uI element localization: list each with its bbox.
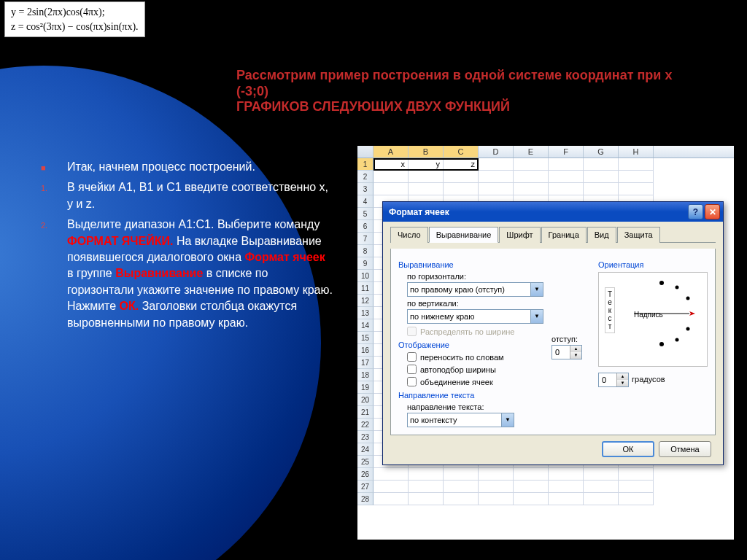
row-header[interactable]: 16 [357, 344, 374, 357]
content-left: Итак, начнем процесс построений. 1. В яч… [35, 159, 334, 335]
row-header[interactable]: 20 [357, 394, 374, 406]
col-header-h[interactable]: H [619, 146, 654, 158]
tab-border[interactable]: Граница [541, 227, 587, 243]
group-orientation: Ориентация [598, 260, 708, 269]
row-header[interactable]: 19 [357, 381, 374, 394]
row-header[interactable]: 6 [357, 220, 374, 233]
horizontal-combo[interactable] [407, 282, 531, 297]
row-header[interactable]: 9 [357, 257, 374, 270]
formula-line-1: y = 2sin(2πx)cos(4πx); [11, 5, 139, 20]
tabs: Число Выравнивание Шрифт Граница Вид Защ… [390, 226, 716, 243]
row-header[interactable]: 23 [357, 431, 374, 443]
svg-point-1 [676, 286, 679, 289]
spin-up-icon[interactable]: ▲ [616, 373, 628, 380]
row-header[interactable]: 3 [357, 183, 374, 195]
svg-point-2 [686, 297, 690, 300]
cell-c1[interactable]: z [444, 158, 479, 171]
row-header[interactable]: 14 [357, 319, 374, 332]
col-header-f[interactable]: F [549, 146, 584, 158]
indent-spinner[interactable]: 0▲▼ [551, 345, 582, 359]
wrap-checkbox[interactable] [407, 352, 417, 362]
chevron-down-icon[interactable]: ▼ [531, 309, 543, 324]
bullet-icon [35, 159, 67, 175]
tab-number[interactable]: Число [390, 227, 428, 243]
select-all-corner[interactable] [357, 146, 374, 158]
row-header[interactable]: 5 [357, 208, 374, 220]
distribute-checkbox [407, 327, 417, 336]
dialog-titlebar[interactable]: Формат ячеек ? ✕ [383, 202, 723, 222]
textdir-combo[interactable] [407, 413, 502, 427]
row-header[interactable]: 26 [357, 468, 374, 481]
column-headers: A B C D E F G H [357, 146, 734, 158]
row-header[interactable]: 27 [357, 481, 374, 493]
title-line-1: Рассмотрим пример построения в одной сис… [236, 68, 672, 98]
vertical-text-button[interactable]: Текст [605, 287, 615, 333]
svg-point-0 [659, 281, 664, 285]
tab-protection[interactable]: Защита [617, 227, 660, 243]
row-header[interactable]: 22 [357, 419, 374, 431]
close-button[interactable]: ✕ [705, 204, 720, 219]
format-cells-dialog: Формат ячеек ? ✕ Число Выравнивание Шриф… [382, 201, 724, 465]
row-header[interactable]: 2 [357, 171, 374, 183]
svg-point-5 [676, 338, 679, 342]
degrees-spinner[interactable]: 0▲▼ [598, 373, 629, 387]
tab-fill[interactable]: Вид [587, 227, 616, 243]
autofit-label: автоподбор ширины [420, 365, 496, 374]
label-horizontal: по горизонтали: [407, 272, 598, 281]
col-header-d[interactable]: D [479, 146, 514, 158]
step-2-text: Выделите диапазон А1:С1. Выберите команд… [67, 217, 334, 331]
row-header[interactable]: 8 [357, 245, 374, 257]
autofit-checkbox[interactable] [407, 365, 417, 374]
col-header-b[interactable]: B [409, 146, 444, 158]
row-header[interactable]: 17 [357, 357, 374, 369]
intro-text: Итак, начнем процесс построений. [67, 159, 334, 175]
group-textdir: Направление текста [398, 391, 598, 400]
row-header[interactable]: 15 [357, 332, 374, 344]
row-header[interactable]: 24 [357, 443, 374, 456]
col-header-e[interactable]: E [514, 146, 549, 158]
ok-button[interactable]: ОК [602, 441, 654, 457]
vertical-combo[interactable] [407, 309, 531, 324]
merge-checkbox[interactable] [407, 377, 417, 386]
spin-down-icon[interactable]: ▼ [616, 380, 628, 386]
label-vertical: по вертикали: [407, 299, 598, 308]
wrap-label: переносить по словам [420, 353, 504, 362]
row-header[interactable]: 13 [357, 307, 374, 319]
spin-down-icon[interactable]: ▼ [570, 352, 581, 359]
step-number-2: 2. [35, 217, 67, 331]
row-header[interactable]: 28 [357, 493, 374, 505]
col-header-a[interactable]: A [374, 146, 409, 158]
chevron-down-icon[interactable]: ▼ [531, 282, 543, 297]
row-header[interactable]: 10 [357, 270, 374, 282]
tab-alignment[interactable]: Выравнивание [429, 227, 499, 243]
svg-marker-3 [689, 311, 695, 316]
row-header[interactable]: 18 [357, 369, 374, 381]
row-header[interactable]: 21 [357, 406, 374, 419]
cell-b1[interactable]: y [409, 158, 444, 171]
col-header-g[interactable]: G [584, 146, 619, 158]
cell-a1[interactable]: x [374, 158, 409, 171]
distribute-label: Распределять по ширине [420, 327, 514, 336]
cancel-button[interactable]: Отмена [659, 441, 711, 457]
merge-label: объединение ячеек [420, 378, 493, 386]
row-header[interactable]: 4 [357, 195, 374, 208]
spin-up-icon[interactable]: ▲ [570, 346, 581, 352]
label-textdir: направление текста: [407, 402, 598, 411]
step-1-text: В ячейки А1, В1 и С1 введите соответстве… [67, 179, 334, 212]
help-button[interactable]: ? [688, 204, 703, 219]
chevron-down-icon[interactable]: ▼ [502, 413, 514, 427]
row-header[interactable]: 11 [357, 282, 374, 295]
title-line-2: ГРАФИКОВ СЛЕДУЮЩИХ ДВУХ ФУНКЦИЙ [236, 99, 510, 114]
row-header[interactable]: 1 [357, 158, 374, 171]
row-headers: 1234567891011121314151617181920212223242… [357, 158, 374, 505]
orientation-label: Надпись [634, 311, 663, 319]
row-header[interactable]: 25 [357, 456, 374, 468]
dialog-title: Формат ячеек [389, 207, 686, 217]
svg-point-6 [659, 342, 664, 346]
tab-font[interactable]: Шрифт [499, 227, 540, 243]
row-header[interactable]: 7 [357, 233, 374, 245]
degrees-label: градусов [632, 375, 665, 384]
row-header[interactable]: 12 [357, 295, 374, 307]
col-header-c[interactable]: C [444, 146, 479, 158]
orientation-box[interactable]: Текст [598, 272, 708, 367]
